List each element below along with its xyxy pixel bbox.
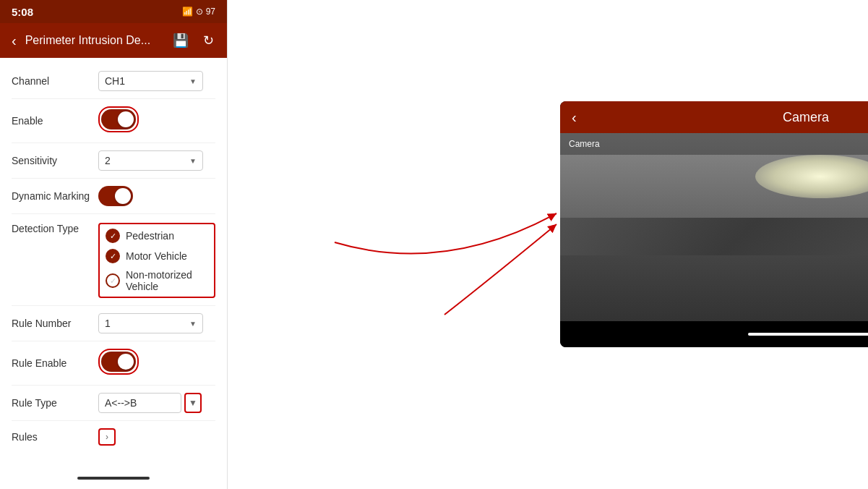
dynamic-marking-toggle-bg xyxy=(98,186,133,206)
rule-enable-row: Rule Enable xyxy=(0,341,227,385)
detection-type-box: Pedestrian Motor Vehicle Non-motorized V… xyxy=(98,223,215,298)
content-area: ‹ Camera + 🗑 Camera 2024-10-08 17:08:50 xyxy=(228,0,868,489)
motor-vehicle-checkbox xyxy=(106,249,120,263)
dynamic-marking-label: Dynamic Marking xyxy=(12,190,98,202)
detection-non-motorized[interactable]: Non-motorized Vehicle xyxy=(106,269,208,292)
rule-number-control: 1 ▼ xyxy=(98,313,215,333)
rules-row: Rules › xyxy=(0,421,227,453)
sensitivity-control: 2 ▼ xyxy=(98,150,215,171)
sensitivity-value: 2 xyxy=(105,155,111,166)
rule-type-dropdown[interactable]: A<-->B xyxy=(98,393,181,413)
home-indicator xyxy=(0,467,227,489)
camera-back-button[interactable]: ‹ xyxy=(572,109,577,126)
detection-type-group: Pedestrian Motor Vehicle Non-motorized V… xyxy=(106,229,208,292)
rule-number-dropdown-arrow: ▼ xyxy=(189,320,197,328)
channel-dropdown[interactable]: CH1 ▼ xyxy=(98,71,203,91)
rule-enable-toggle-bg xyxy=(101,352,136,372)
wifi-icon: ⊙ xyxy=(196,7,203,17)
camera-title: Camera xyxy=(577,110,868,125)
rule-type-control: A<-->B ▼ xyxy=(98,393,215,413)
rule-type-row: Rule Type A<-->B ▼ xyxy=(0,386,227,420)
camera-overlay: Camera 2024-10-08 17:08:50 xyxy=(560,133,868,321)
page-title: Perimeter Intrusion De... xyxy=(25,34,163,47)
detection-motor-vehicle[interactable]: Motor Vehicle xyxy=(106,249,208,263)
dynamic-marking-toggle[interactable] xyxy=(98,186,133,206)
status-icons: 📶 ⊙ 97 xyxy=(182,7,215,17)
channel-dropdown-arrow: ▼ xyxy=(189,77,197,85)
sensitivity-dropdown[interactable]: 2 ▼ xyxy=(98,150,203,171)
enable-toggle-knob xyxy=(118,111,134,127)
save-button[interactable]: 💾 xyxy=(168,30,193,51)
channel-control: CH1 ▼ xyxy=(98,71,215,91)
rule-enable-toggle[interactable] xyxy=(101,352,136,372)
detection-type-control: Pedestrian Motor Vehicle Non-motorized V… xyxy=(98,223,215,298)
signal-icon: 📶 xyxy=(182,7,193,17)
sensitivity-dropdown-arrow: ▼ xyxy=(189,157,197,165)
camera-info-bar: Camera 2024-10-08 17:08:50 xyxy=(560,133,868,155)
detection-pedestrian[interactable]: Pedestrian xyxy=(106,229,208,243)
rule-enable-control xyxy=(98,349,215,378)
dynamic-marking-control xyxy=(98,186,215,206)
enable-row: Enable xyxy=(0,99,227,143)
motor-vehicle-label: Motor Vehicle xyxy=(126,250,187,262)
status-time: 5:08 xyxy=(12,6,33,18)
non-motorized-checkbox xyxy=(106,273,120,288)
rule-type-dropdown-button[interactable]: ▼ xyxy=(184,393,202,413)
channel-value: CH1 xyxy=(105,75,125,87)
back-button[interactable]: ‹ xyxy=(9,30,20,52)
rule-number-row: Rule Number 1 ▼ xyxy=(0,306,227,341)
camera-header: ‹ Camera + 🗑 xyxy=(560,101,868,133)
settings-content: Channel CH1 ▼ Enable xyxy=(0,58,227,467)
rules-control: › xyxy=(98,428,215,446)
camera-feed: Camera 2024-10-08 17:08:50 xyxy=(560,133,868,321)
camera-scroll-indicator xyxy=(748,333,868,336)
battery-icon: 97 xyxy=(206,7,215,17)
rule-number-dropdown[interactable]: 1 ▼ xyxy=(98,313,203,333)
rule-enable-toggle-highlight xyxy=(98,349,139,375)
dropdown-arrow-icon: ▼ xyxy=(189,398,197,408)
enable-toggle[interactable] xyxy=(101,109,136,129)
camera-overlay-name: Camera xyxy=(569,139,600,149)
main-layout: 5:08 📶 ⊙ 97 ‹ Perimeter Intrusion De... … xyxy=(0,0,868,489)
pedestrian-label: Pedestrian xyxy=(126,230,174,242)
channel-row: Channel CH1 ▼ xyxy=(0,64,227,98)
camera-bottom-bar xyxy=(560,321,868,347)
pedestrian-checkbox xyxy=(106,229,120,243)
rule-number-value: 1 xyxy=(105,318,111,329)
home-bar xyxy=(77,477,150,480)
enable-toggle-highlight xyxy=(98,106,139,132)
camera-panel: ‹ Camera + 🗑 Camera 2024-10-08 17:08:50 xyxy=(560,101,868,347)
status-bar: 5:08 📶 ⊙ 97 xyxy=(0,0,227,23)
sensitivity-row: Sensitivity 2 ▼ xyxy=(0,143,227,178)
rules-chevron-icon: › xyxy=(106,432,108,442)
nav-bar: ‹ Perimeter Intrusion De... 💾 ↻ xyxy=(0,23,227,58)
refresh-button[interactable]: ↻ xyxy=(199,30,218,51)
rules-arrow-button[interactable]: › xyxy=(98,428,116,446)
dynamic-marking-row: Dynamic Marking xyxy=(0,179,227,213)
sensitivity-label: Sensitivity xyxy=(12,155,98,166)
enable-toggle-bg xyxy=(101,109,136,129)
rule-enable-toggle-knob xyxy=(118,354,134,370)
mobile-frame: 5:08 📶 ⊙ 97 ‹ Perimeter Intrusion De... … xyxy=(0,0,228,489)
dynamic-marking-toggle-knob xyxy=(115,188,131,204)
detection-type-row: Detection Type Pedestrian Motor Vehicle xyxy=(0,214,227,305)
rules-label: Rules xyxy=(12,431,98,443)
enable-label: Enable xyxy=(12,115,98,127)
enable-control xyxy=(98,106,215,135)
non-motorized-label: Non-motorized Vehicle xyxy=(126,269,208,292)
rule-type-label: Rule Type xyxy=(12,397,98,409)
channel-label: Channel xyxy=(12,75,98,87)
detection-type-label: Detection Type xyxy=(12,223,98,234)
rule-type-value: A<-->B xyxy=(105,397,137,409)
rule-enable-label: Rule Enable xyxy=(12,357,98,369)
rule-number-label: Rule Number xyxy=(12,318,98,329)
